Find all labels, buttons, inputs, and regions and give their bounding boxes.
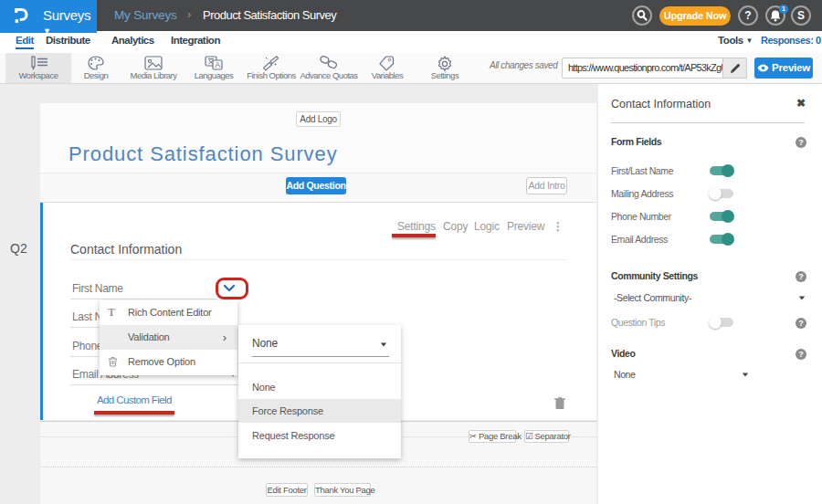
svg-text:A: A	[216, 60, 221, 69]
